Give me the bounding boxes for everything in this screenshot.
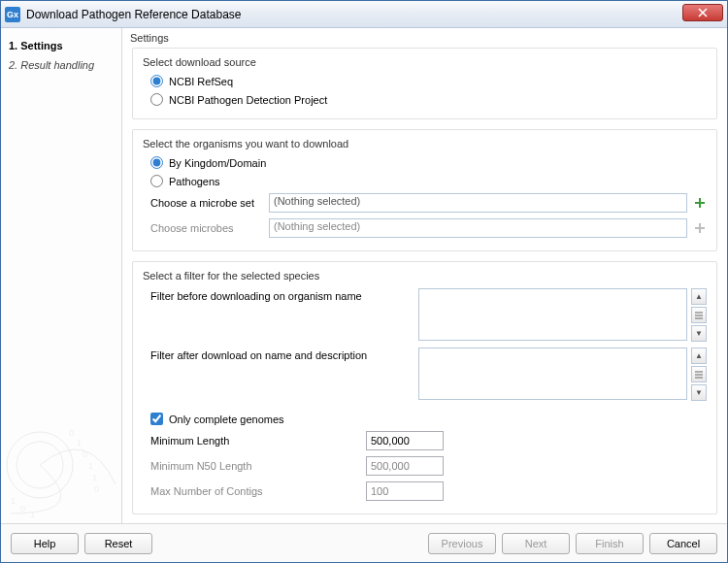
min-length-label: Minimum Length bbox=[150, 435, 360, 447]
close-button[interactable] bbox=[682, 4, 723, 21]
svg-text:0: 0 bbox=[83, 449, 87, 459]
dialog-footer: Help Reset Previous Next Finish Cancel bbox=[1, 523, 727, 562]
filter-after-down[interactable]: ▼ bbox=[691, 384, 707, 401]
min-n50-label: Minimum N50 Length bbox=[150, 460, 360, 472]
svg-text:1: 1 bbox=[77, 438, 82, 447]
radio-input-pathogens[interactable] bbox=[150, 175, 163, 187]
filter-after-label: Filter after download on name and descri… bbox=[150, 348, 414, 361]
app-icon: Gx bbox=[5, 7, 20, 22]
max-contigs-row: Max Number of Contigs bbox=[143, 479, 707, 504]
microbe-set-label: Choose a microbe set bbox=[150, 197, 263, 209]
complete-genomes-checkbox[interactable] bbox=[150, 413, 163, 425]
radio-pathogens[interactable]: Pathogens bbox=[143, 172, 707, 190]
wizard-step-settings[interactable]: 1. Settings bbox=[9, 36, 114, 55]
min-n50-row: Minimum N50 Length bbox=[143, 453, 707, 479]
panel-heading: Settings bbox=[122, 28, 727, 44]
filter-before-listbox[interactable] bbox=[418, 288, 687, 341]
filter-after-edit[interactable] bbox=[691, 366, 707, 382]
step-number: 2. bbox=[9, 59, 17, 71]
filter-after-up[interactable]: ▲ bbox=[691, 348, 707, 364]
microbes-field: (Nothing selected) bbox=[269, 218, 687, 238]
min-length-input[interactable] bbox=[366, 431, 444, 450]
previous-button: Previous bbox=[428, 533, 496, 554]
filter-before-row: Filter before downloading on organism na… bbox=[143, 285, 707, 345]
plus-icon bbox=[694, 197, 706, 209]
radio-ncbi-refseq[interactable]: NCBI RefSeq bbox=[143, 72, 707, 90]
svg-text:1: 1 bbox=[11, 496, 16, 506]
section-download-source: Select download source NCBI RefSeq NCBI … bbox=[132, 48, 717, 119]
checkbox-label: Only complete genomes bbox=[169, 414, 284, 425]
radio-by-kingdom[interactable]: By Kingdom/Domain bbox=[143, 153, 707, 172]
add-microbes-button bbox=[693, 221, 707, 235]
filter-before-edit[interactable] bbox=[691, 307, 707, 323]
svg-text:0: 0 bbox=[20, 504, 25, 513]
section-legend: Select the organisms you want to downloa… bbox=[143, 138, 707, 149]
window-title: Download Pathogen Reference Database bbox=[26, 8, 241, 21]
svg-text:1: 1 bbox=[88, 461, 93, 471]
section-organisms: Select the organisms you want to downloa… bbox=[132, 129, 717, 251]
radio-input-refseq[interactable] bbox=[150, 75, 163, 87]
min-length-row: Minimum Length bbox=[143, 428, 707, 453]
close-icon bbox=[698, 8, 708, 17]
radio-input-kingdom[interactable] bbox=[150, 156, 163, 169]
max-contigs-input bbox=[366, 481, 444, 501]
filter-after-listbox[interactable] bbox=[418, 348, 687, 400]
microbe-set-row: Choose a microbe set (Nothing selected) bbox=[143, 190, 707, 215]
radio-label: By Kingdom/Domain bbox=[169, 157, 266, 169]
filter-after-row: Filter after download on name and descri… bbox=[143, 345, 707, 404]
microbe-set-field[interactable]: (Nothing selected) bbox=[269, 193, 687, 213]
decorative-swirl: 010 110 101 bbox=[1, 358, 121, 523]
svg-text:1: 1 bbox=[92, 473, 97, 482]
only-complete-genomes[interactable]: Only complete genomes bbox=[143, 410, 707, 428]
filter-after-buttons: ▲ ▼ bbox=[691, 348, 707, 401]
svg-text:1: 1 bbox=[30, 510, 35, 519]
cancel-button[interactable]: Cancel bbox=[649, 533, 717, 554]
help-button[interactable]: Help bbox=[11, 533, 79, 554]
step-number: 1. bbox=[9, 40, 17, 51]
microbes-label: Choose microbes bbox=[150, 222, 263, 234]
finish-button: Finish bbox=[576, 533, 644, 554]
svg-text:0: 0 bbox=[94, 484, 99, 494]
microbes-row: Choose microbes (Nothing selected) bbox=[143, 215, 707, 241]
radio-label: Pathogens bbox=[169, 176, 220, 187]
step-label: Settings bbox=[20, 40, 62, 51]
wizard-sidebar: 1. Settings 2. Result handling 010 110 1… bbox=[1, 28, 121, 523]
main-panel: Settings Select download source NCBI Ref… bbox=[121, 28, 727, 523]
section-filter: Select a filter for the selected species… bbox=[132, 261, 717, 514]
filter-before-down[interactable]: ▼ bbox=[691, 325, 707, 342]
reset-button[interactable]: Reset bbox=[84, 533, 152, 554]
dialog-body: 1. Settings 2. Result handling 010 110 1… bbox=[1, 28, 727, 523]
dialog-window: Gx Download Pathogen Reference Database … bbox=[0, 0, 728, 563]
add-microbe-set-button[interactable] bbox=[693, 196, 707, 210]
radio-label: NCBI RefSeq bbox=[169, 76, 233, 87]
radio-label: NCBI Pathogen Detection Project bbox=[169, 94, 327, 106]
svg-text:0: 0 bbox=[69, 428, 74, 438]
list-icon bbox=[695, 371, 703, 379]
next-button: Next bbox=[502, 533, 570, 554]
list-icon bbox=[695, 312, 703, 319]
filter-before-up[interactable]: ▲ bbox=[691, 288, 707, 305]
max-contigs-label: Max Number of Contigs bbox=[150, 485, 360, 497]
filter-before-buttons: ▲ ▼ bbox=[691, 288, 707, 342]
section-legend: Select download source bbox=[143, 56, 707, 68]
radio-ncbi-pathogen[interactable]: NCBI Pathogen Detection Project bbox=[143, 90, 707, 109]
step-label: Result handling bbox=[20, 59, 94, 71]
section-legend: Select a filter for the selected species bbox=[143, 270, 707, 282]
filter-before-label: Filter before downloading on organism na… bbox=[150, 288, 414, 302]
titlebar: Gx Download Pathogen Reference Database bbox=[1, 1, 727, 28]
min-n50-input bbox=[366, 456, 444, 476]
plus-icon-disabled bbox=[694, 222, 706, 234]
wizard-step-result-handling[interactable]: 2. Result handling bbox=[9, 55, 114, 75]
radio-input-pathogen[interactable] bbox=[150, 93, 163, 106]
